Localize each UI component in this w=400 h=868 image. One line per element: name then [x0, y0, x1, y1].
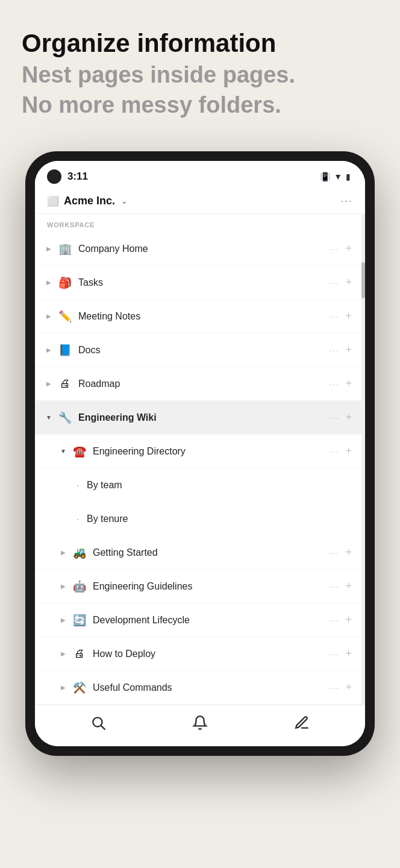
item-more-icon[interactable]: ···: [330, 413, 339, 423]
getting-started-label: Getting Started: [93, 547, 330, 558]
sidebar-item-docs[interactable]: ▶ 📘 Docs ··· +: [35, 333, 361, 367]
roadmap-icon: 🖨: [58, 377, 72, 390]
item-more-icon[interactable]: ···: [330, 447, 339, 456]
meeting-notes-label: Meeting Notes: [78, 311, 330, 322]
chevron-down-icon: ▼: [59, 448, 67, 454]
item-more-icon[interactable]: ···: [330, 582, 339, 591]
company-home-label: Company Home: [78, 244, 330, 254]
docs-icon: 📘: [58, 344, 72, 357]
chevron-right-icon: ▶: [45, 347, 53, 353]
chevron-right-icon: ▶: [45, 313, 53, 319]
getting-started-icon: 🚜: [72, 546, 87, 559]
search-nav-icon[interactable]: [90, 715, 106, 734]
edit-nav-icon[interactable]: [294, 715, 310, 734]
chevron-right-icon: ▶: [59, 549, 67, 556]
item-add-icon[interactable]: +: [345, 242, 352, 255]
sidebar-list: WORKSPACE ▶ 🏢 Company Home ··· + ▶: [35, 214, 361, 705]
wifi-icon: ▼: [334, 172, 342, 181]
item-more-icon[interactable]: ···: [330, 548, 339, 558]
workspace-section-label: WORKSPACE: [35, 214, 361, 232]
roadmap-label: Roadmap: [78, 379, 330, 389]
workspace-icon: ⬜: [47, 195, 59, 207]
camera-dot: [47, 169, 61, 184]
by-tenure-label: By tenure: [87, 514, 352, 524]
bottom-nav: [35, 705, 365, 746]
tasks-icon: 🎒: [58, 276, 72, 289]
status-icons: 📳 ▼ ▮: [320, 172, 351, 181]
page-subtitle: Nest pages inside pages. No more messy f…: [22, 60, 378, 120]
sidebar-item-tasks[interactable]: ▶ 🎒 Tasks ··· +: [35, 266, 361, 300]
item-more-icon[interactable]: ···: [330, 244, 339, 254]
item-add-icon[interactable]: +: [345, 411, 352, 424]
item-more-icon[interactable]: ···: [330, 615, 339, 625]
how-to-deploy-icon: 🖨: [72, 647, 87, 660]
chevron-right-icon: ▶: [59, 617, 67, 623]
item-more-icon[interactable]: ···: [330, 278, 339, 288]
header-more-button[interactable]: ···: [340, 195, 353, 207]
useful-commands-icon: ⚒️: [72, 681, 87, 694]
item-more-icon[interactable]: ···: [330, 312, 339, 321]
chevron-right-icon: ▶: [45, 279, 53, 286]
sidebar-item-by-team[interactable]: · By team: [35, 468, 361, 502]
item-more-icon[interactable]: ···: [330, 683, 339, 693]
sidebar-item-roadmap[interactable]: ▶ 🖨 Roadmap ··· +: [35, 367, 361, 401]
item-add-icon[interactable]: +: [345, 344, 352, 356]
scrollbar-track[interactable]: [361, 214, 365, 705]
item-add-icon[interactable]: +: [345, 647, 352, 660]
chevron-right-icon: ▶: [59, 583, 67, 590]
item-add-icon[interactable]: +: [345, 681, 352, 694]
battery-icon: ▮: [346, 172, 351, 181]
chevron-down-icon: ▼: [45, 414, 53, 421]
how-to-deploy-label: How to Deploy: [93, 649, 330, 659]
chevron-right-icon: ▶: [59, 650, 67, 657]
status-time: 3:11: [67, 171, 88, 183]
app-header: ⬜ Acme Inc. ⌄ ···: [35, 190, 365, 214]
item-add-icon[interactable]: +: [345, 276, 352, 289]
engineering-guidelines-label: Engineering Guidelines: [93, 581, 330, 592]
bell-nav-icon[interactable]: [192, 715, 208, 734]
sidebar-item-company-home[interactable]: ▶ 🏢 Company Home ··· +: [35, 232, 361, 266]
engineering-directory-label: Engineering Directory: [93, 446, 330, 457]
item-add-icon[interactable]: +: [345, 377, 352, 390]
chevron-right-icon: ▶: [45, 380, 53, 387]
workspace-name: Acme Inc.: [64, 195, 115, 207]
sidebar-item-how-to-deploy[interactable]: ▶ 🖨 How to Deploy ··· +: [35, 637, 361, 671]
phone-wrapper: 3:11 📳 ▼ ▮ ⬜ Acme Inc. ⌄ ···: [0, 151, 400, 756]
company-home-icon: 🏢: [58, 242, 72, 256]
workspace-name-group[interactable]: ⬜ Acme Inc. ⌄: [47, 195, 127, 207]
sidebar-item-useful-commands[interactable]: ▶ ⚒️ Useful Commands ··· +: [35, 671, 361, 705]
sidebar-item-getting-started[interactable]: ▶ 🚜 Getting Started ··· +: [35, 536, 361, 570]
engineering-guidelines-icon: 🤖: [72, 580, 87, 593]
chevron-right-icon: ▶: [45, 245, 53, 252]
engineering-wiki-icon: 🔧: [58, 411, 72, 424]
sidebar-item-engineering-guidelines[interactable]: ▶ 🤖 Engineering Guidelines ··· +: [35, 570, 361, 603]
item-more-icon[interactable]: ···: [330, 379, 339, 389]
sidebar-item-development-lifecycle[interactable]: ▶ 🔄 Development Lifecycle ··· +: [35, 603, 361, 637]
svg-line-1: [101, 726, 105, 729]
sidebar-item-meeting-notes[interactable]: ▶ ✏️ Meeting Notes ··· +: [35, 300, 361, 333]
development-lifecycle-label: Development Lifecycle: [93, 615, 330, 626]
item-add-icon[interactable]: +: [345, 445, 352, 458]
item-add-icon[interactable]: +: [345, 614, 352, 626]
sidebar-item-engineering-wiki[interactable]: ▼ 🔧 Engineering Wiki ··· +: [35, 401, 361, 435]
phone-frame: 3:11 📳 ▼ ▮ ⬜ Acme Inc. ⌄ ···: [25, 151, 375, 756]
item-add-icon[interactable]: +: [345, 310, 352, 322]
item-add-icon[interactable]: +: [345, 546, 352, 559]
by-team-label: By team: [87, 480, 352, 491]
bullet-icon: ·: [73, 479, 82, 492]
tasks-label: Tasks: [78, 277, 330, 288]
scrollbar-thumb[interactable]: [361, 262, 365, 298]
item-add-icon[interactable]: +: [345, 580, 352, 593]
sidebar-item-engineering-directory[interactable]: ▼ ☎️ Engineering Directory ··· +: [35, 435, 361, 468]
chevron-right-icon: ▶: [59, 684, 67, 691]
phone-screen: 3:11 📳 ▼ ▮ ⬜ Acme Inc. ⌄ ···: [35, 161, 365, 746]
useful-commands-label: Useful Commands: [93, 682, 330, 693]
docs-label: Docs: [78, 345, 330, 356]
item-more-icon[interactable]: ···: [330, 649, 339, 659]
item-more-icon[interactable]: ···: [330, 345, 339, 355]
engineering-directory-icon: ☎️: [72, 445, 87, 458]
sidebar-content: WORKSPACE ▶ 🏢 Company Home ··· + ▶: [35, 214, 365, 705]
vibrate-icon: 📳: [320, 172, 330, 181]
bullet-icon: ·: [73, 513, 82, 526]
sidebar-item-by-tenure[interactable]: · By tenure: [35, 502, 361, 536]
